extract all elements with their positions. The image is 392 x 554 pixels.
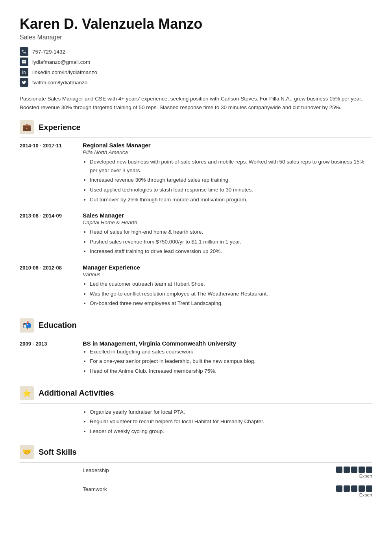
phone-value: 757-729-1432 [32, 49, 65, 55]
education-content-0: BS in Management, Virginia Commonwealth … [83, 340, 372, 377]
skill-right-1: Expert [325, 485, 372, 497]
dot [336, 467, 342, 473]
skills-section: 🤝 Soft Skills Leadership Expert Teamwork [20, 445, 372, 497]
skill-name-0: Leadership [83, 467, 325, 473]
experience-bullets-1: Head of sales for high-end home & hearth… [83, 228, 372, 256]
skill-row-0: Leadership Expert [20, 467, 372, 478]
skills-icon: 🤝 [20, 445, 34, 459]
experience-org-1: Capital Home & Hearth [83, 219, 372, 225]
bullet: Leader of weekly cycling group. [90, 427, 372, 436]
summary: Passionate Sales Manager and CSE with 4+… [20, 95, 372, 112]
activities-section: ⭐ Additional Activities Organize yearly … [20, 386, 372, 436]
bullet: Cut turnover by 25% through team morale … [90, 195, 372, 204]
experience-date-2: 2010-06 - 2012-08 [20, 264, 83, 309]
experience-org-2: Various [83, 271, 372, 277]
skill-level-1: Expert [359, 493, 372, 497]
education-role-0: BS in Management, Virginia Commonwealth … [83, 340, 372, 347]
experience-section-header: 💼 Experience [20, 120, 372, 138]
bullet: Organize yearly fundraiser for local PTA… [90, 408, 372, 416]
skills-title: Soft Skills [39, 448, 77, 457]
dot [344, 485, 350, 492]
skill-dots-0 [336, 467, 372, 473]
dot [336, 485, 342, 492]
experience-content-2: Manager Experience Various Led the custo… [83, 264, 372, 309]
dot [359, 467, 365, 473]
experience-role-1: Sales Manager [83, 212, 372, 219]
experience-title: Experience [39, 123, 81, 132]
education-section: 📬 Education 2009 - 2013 BS in Management… [20, 318, 372, 377]
dot [359, 485, 365, 492]
education-date-0: 2009 - 2013 [20, 340, 83, 377]
activities-title: Additional Activities [39, 389, 114, 398]
bullet: Head of sales for high-end home & hearth… [90, 228, 372, 236]
linkedin-contact: in linkedin.com/in/lydiafmanzo [20, 68, 372, 76]
activities-bullets: Organize yearly fundraiser for local PTA… [83, 408, 372, 436]
candidate-name: Karen D. Valenzuela Manzo [20, 16, 372, 32]
skill-dots-1 [336, 485, 372, 492]
activities-entry: Organize yearly fundraiser for local PTA… [20, 408, 372, 436]
activities-section-header: ⭐ Additional Activities [20, 386, 372, 404]
education-title: Education [39, 321, 77, 330]
experience-entry-1: 2013-08 - 2014-09 Sales Manager Capital … [20, 212, 372, 257]
bullet: Was the go-to conflict resolution employ… [90, 290, 372, 298]
phone-icon [20, 47, 28, 56]
education-icon: 📬 [20, 318, 34, 333]
bullet: Increased revenue 30% through targeted s… [90, 176, 372, 184]
skill-name-1: Teamwork [83, 485, 325, 492]
dot [366, 467, 372, 473]
job-title: Sales Manager [20, 34, 372, 41]
email-contact: lydiafmanzo@gmail.com [20, 58, 372, 66]
education-bullets-0: Excelled in budgeting and sales coursewo… [83, 348, 372, 376]
bullet: For a one-year senior project in leaders… [90, 357, 372, 366]
experience-role-2: Manager Experience [83, 264, 372, 271]
bullet: Head of the Anime Club. Increased member… [90, 367, 372, 376]
dot [351, 467, 357, 473]
bullet: Developed new business with point-of-sal… [90, 158, 372, 175]
experience-bullets-2: Led the customer outreach team at Hubert… [83, 280, 372, 308]
twitter-icon [20, 78, 28, 87]
activities-icon: ⭐ [20, 386, 34, 400]
twitter-contact: twitter.com/lydiafmanzo [20, 78, 372, 87]
experience-role-0: Regional Sales Manager [83, 142, 372, 149]
experience-date-0: 2014-10 - 2017-11 [20, 142, 83, 205]
experience-content-0: Regional Sales Manager Pilla North Ameri… [83, 142, 372, 205]
experience-section: 💼 Experience 2014-10 - 2017-11 Regional … [20, 120, 372, 309]
experience-bullets-0: Developed new business with point-of-sal… [83, 158, 372, 204]
dot [344, 467, 350, 473]
bullet: Regular volunteer to recruit helpers for… [90, 417, 372, 426]
contact-list: 757-729-1432 lydiafmanzo@gmail.com in li… [20, 47, 372, 87]
experience-entry-2: 2010-06 - 2012-08 Manager Experience Var… [20, 264, 372, 309]
experience-content-1: Sales Manager Capital Home & Hearth Head… [83, 212, 372, 257]
experience-entry-0: 2014-10 - 2017-11 Regional Sales Manager… [20, 142, 372, 205]
bullet: Increased staff training to drive lead c… [90, 247, 372, 256]
bullet: Used applied technologies to slash lead … [90, 186, 372, 194]
email-icon [20, 58, 28, 66]
dot [351, 485, 357, 492]
phone-contact: 757-729-1432 [20, 47, 372, 56]
skill-row-1: Teamwork Expert [20, 485, 372, 497]
header: Karen D. Valenzuela Manzo Sales Manager … [20, 16, 372, 87]
linkedin-value: linkedin.com/in/lydiafmanzo [32, 69, 97, 75]
experience-org-0: Pilla North America [83, 149, 372, 155]
education-entry-0: 2009 - 2013 BS in Management, Virginia C… [20, 340, 372, 377]
skill-right-0: Expert [325, 467, 372, 478]
bullet: Led the customer outreach team at Hubert… [90, 280, 372, 288]
experience-date-1: 2013-08 - 2014-09 [20, 212, 83, 257]
email-value: lydiafmanzo@gmail.com [32, 59, 90, 65]
twitter-value: twitter.com/lydiafmanzo [32, 80, 87, 86]
linkedin-icon: in [20, 68, 28, 76]
bullet: Excelled in budgeting and sales coursewo… [90, 348, 372, 356]
dot [366, 485, 372, 492]
skill-level-0: Expert [359, 474, 372, 478]
experience-icon: 💼 [20, 120, 34, 134]
education-section-header: 📬 Education [20, 318, 372, 336]
bullet: Pushed sales revenue from $750,000/yr to… [90, 238, 372, 246]
skills-section-header: 🤝 Soft Skills [20, 445, 372, 463]
bullet: On-boarded three new employees at Trent … [90, 299, 372, 308]
